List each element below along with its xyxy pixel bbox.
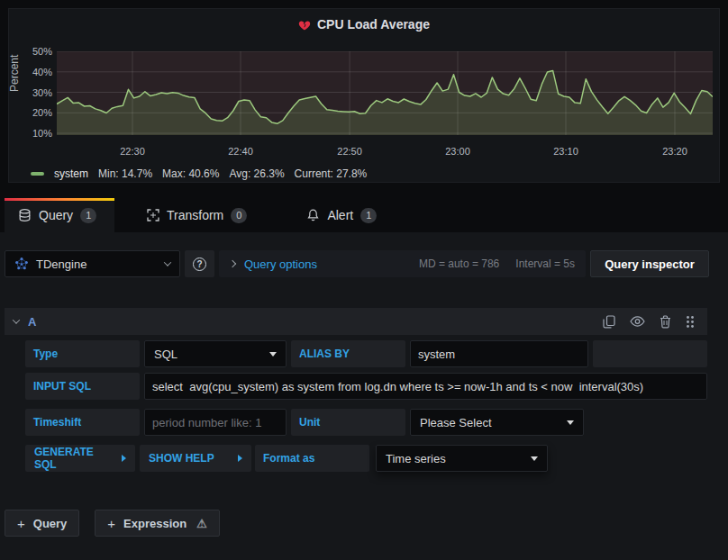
timeshift-row: Timeshift Unit Please Select (25, 409, 588, 436)
x-tick-label: 22:40 (218, 146, 263, 157)
y-tick-label: 40% (13, 67, 52, 77)
add-query-label: Query (33, 517, 68, 530)
y-tick-label: 20% (13, 107, 52, 118)
unit-select-value: Please Select (420, 416, 492, 429)
cpu-load-chart[interactable] (57, 51, 713, 135)
x-tick-label: 22:50 (327, 146, 372, 157)
cpu-load-panel: CPU Load Average Percent 50%40%30%20%10%… (8, 8, 720, 183)
tdengine-icon (14, 257, 29, 271)
datasource-help-button[interactable]: ? (185, 250, 214, 277)
caret-down-icon (531, 456, 538, 461)
tab-alert-count: 1 (360, 208, 377, 223)
panel-header[interactable]: CPU Load Average (9, 15, 719, 33)
query-refid: A (28, 315, 36, 329)
x-tick-label: 22:30 (110, 146, 155, 157)
max-datapoints-info: MD = auto = 786 (419, 257, 499, 270)
query-options-label[interactable]: Query options (244, 257, 317, 271)
interval-info: Interval = 5s (515, 257, 575, 270)
collapse-chevron-icon[interactable] (13, 316, 20, 323)
query-inspector-button[interactable]: Query inspector (590, 250, 709, 277)
query-editor-pane: TDengine ? Query options MD = auto = 786… (0, 232, 728, 560)
add-actions-row: + Query + Expression ⚠ (5, 510, 220, 537)
query-inspector-label: Query inspector (605, 257, 695, 271)
unit-select[interactable]: Please Select (410, 409, 584, 436)
show-help-label: SHOW HELP (149, 452, 214, 465)
type-select[interactable]: SQL (144, 340, 287, 367)
caret-down-icon (567, 420, 574, 425)
generate-row: GENERATE SQL SHOW HELP Format as Time se… (25, 445, 552, 472)
database-icon (18, 209, 32, 222)
query-options-bar[interactable]: Query options MD = auto = 786 Interval =… (219, 250, 586, 277)
x-tick-label: 23:00 (435, 146, 480, 157)
bell-icon (306, 209, 320, 222)
y-tick-label: 10% (13, 128, 52, 139)
chart-canvas (57, 51, 713, 135)
tab-transform-count: 0 (231, 208, 247, 223)
chart-legend: system Min: 14.7% Max: 40.6% Avg: 26.3% … (31, 167, 367, 180)
chevron-right-icon (238, 455, 242, 462)
legend-max: Max: 40.6% (162, 167, 219, 180)
y-tick-label: 50% (13, 46, 52, 57)
x-tick-label: 23:20 (652, 146, 697, 157)
chevron-right-icon (229, 260, 236, 267)
generate-sql-button[interactable]: GENERATE SQL (25, 445, 135, 472)
alias-by-input[interactable] (410, 340, 588, 367)
question-circle-icon: ? (193, 257, 206, 271)
panel-title: CPU Load Average (317, 17, 430, 32)
show-help-button[interactable]: SHOW HELP (140, 445, 251, 472)
hide-query-eye-icon[interactable] (630, 316, 645, 327)
tab-transform[interactable]: Transform 0 (132, 198, 260, 232)
y-tick-label: 30% (13, 87, 52, 98)
tab-query[interactable]: Query 1 (5, 198, 114, 232)
format-as-label: Format as (255, 445, 369, 472)
datasource-picker[interactable]: TDengine (5, 250, 180, 277)
tab-alert[interactable]: Alert 1 (293, 198, 390, 232)
datasource-name: TDengine (36, 257, 86, 271)
tab-alert-label: Alert (327, 208, 353, 222)
unit-label: Unit (291, 409, 405, 436)
timeshift-label: Timeshift (25, 409, 140, 436)
tab-transform-label: Transform (167, 208, 223, 222)
format-as-value: Time series (386, 452, 446, 465)
warning-triangle-icon: ⚠ (196, 517, 207, 530)
legend-swatch (31, 172, 44, 176)
row-filler (593, 340, 707, 367)
transform-icon (146, 209, 159, 222)
type-select-value: SQL (154, 348, 177, 361)
input-sql-row: INPUT SQL (25, 373, 712, 400)
add-expression-label: Expression (123, 517, 187, 530)
datasource-row: TDengine ? Query options MD = auto = 786… (5, 250, 709, 277)
legend-current: Current: 27.8% (295, 167, 368, 180)
chevron-down-icon (164, 258, 171, 266)
delete-query-trash-icon[interactable] (660, 315, 671, 329)
editor-tabbar: Query 1 Transform 0 Alert 1 (0, 198, 728, 232)
plus-icon: + (107, 516, 115, 531)
timeshift-input[interactable] (144, 409, 287, 436)
alert-heart-break-icon (298, 19, 311, 31)
alias-by-label: ALIAS BY (291, 340, 405, 367)
legend-series-name[interactable]: system (54, 167, 88, 180)
caret-down-icon (269, 352, 277, 357)
chevron-right-icon (122, 455, 126, 462)
tab-query-label: Query (39, 208, 73, 222)
type-label: Type (25, 340, 140, 367)
type-row: Type SQL ALIAS BY (25, 340, 707, 367)
query-row-header[interactable]: A (5, 308, 707, 335)
format-as-select[interactable]: Time series (376, 445, 548, 472)
x-tick-label: 23:10 (543, 146, 588, 157)
legend-avg: Avg: 26.3% (229, 167, 284, 180)
duplicate-query-icon[interactable] (603, 315, 615, 329)
generate-sql-label: GENERATE SQL (34, 446, 114, 471)
add-expression-button[interactable]: + Expression ⚠ (95, 510, 220, 537)
input-sql-label: INPUT SQL (25, 373, 140, 400)
input-sql-input[interactable] (144, 373, 707, 400)
plus-icon: + (17, 516, 25, 531)
legend-min: Min: 14.7% (98, 167, 152, 180)
tab-query-count: 1 (80, 208, 96, 223)
drag-handle-icon[interactable] (686, 315, 695, 329)
add-query-button[interactable]: + Query (5, 510, 79, 537)
